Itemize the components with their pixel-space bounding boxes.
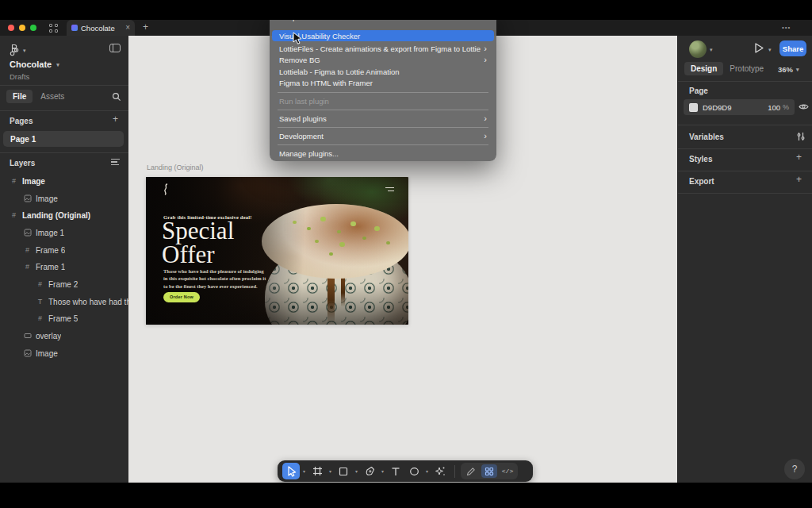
page-section-header: Page xyxy=(689,87,708,95)
layer-row[interactable]: # Landing (Original) xyxy=(0,207,128,223)
menu-divider xyxy=(278,110,488,110)
frame-name-label[interactable]: Landing (Original) xyxy=(147,164,204,171)
file-location[interactable]: Drafts xyxy=(10,72,29,81)
layer-row[interactable]: # Image xyxy=(0,173,128,189)
layer-row[interactable]: Image xyxy=(0,190,128,206)
layer-row[interactable]: # Frame 2 xyxy=(0,276,128,292)
divider xyxy=(0,110,128,111)
image-icon xyxy=(23,349,32,357)
tab-assets[interactable]: Assets xyxy=(36,90,69,103)
text-layer-icon: T xyxy=(36,298,44,306)
plugins-mode-button[interactable] xyxy=(481,464,497,478)
layer-row[interactable]: T Those who have had the plea xyxy=(0,294,128,310)
frame-icon: # xyxy=(10,211,18,219)
toolbar-divider xyxy=(454,465,455,478)
traffic-light-zoom-icon[interactable] xyxy=(30,25,36,31)
layer-row[interactable]: # Frame 1 xyxy=(0,259,128,275)
chevron-down-icon: ▾ xyxy=(796,67,799,72)
color-swatch[interactable] xyxy=(689,103,698,112)
tab-file[interactable]: File xyxy=(6,90,33,103)
menu-item-remove-bg[interactable]: Remove BG › xyxy=(272,54,494,65)
layer-row[interactable]: overlay xyxy=(0,328,128,344)
menu-item-figma-to-html[interactable]: Figma to HTML with Framer xyxy=(272,77,494,88)
tab-title: Chocolate xyxy=(81,24,115,33)
menu-item-lottielab[interactable]: Lottielab - Figma to Lottie Animation xyxy=(272,66,494,77)
share-button[interactable]: Share xyxy=(779,40,806,56)
chevron-down-icon[interactable]: ▾ xyxy=(379,468,386,474)
chevron-down-icon[interactable]: ▾ xyxy=(301,468,308,474)
landing-hero-frame[interactable]: Grab this limited-time exclusive deal! S… xyxy=(146,177,408,325)
pen-icon xyxy=(365,466,375,476)
add-export-button[interactable]: + xyxy=(796,174,802,185)
rectangle-icon xyxy=(23,333,32,339)
divider xyxy=(678,193,812,194)
text-tool-button[interactable] xyxy=(387,463,404,479)
divider xyxy=(0,85,128,86)
layer-row[interactable]: # Frame 5 xyxy=(0,310,128,326)
layer-row[interactable]: Image 1 xyxy=(0,225,128,241)
file-name: Chocolate xyxy=(10,60,52,69)
divider xyxy=(678,81,812,82)
add-page-button[interactable]: + xyxy=(113,114,118,125)
visibility-eye-icon[interactable] xyxy=(799,102,809,111)
fill-opacity-value[interactable]: 100 xyxy=(768,103,780,112)
fill-hex-value[interactable]: D9D9D9 xyxy=(703,103,731,112)
actions-tool-button[interactable] xyxy=(431,463,449,479)
styles-section-header: Styles xyxy=(689,155,712,164)
add-style-button[interactable]: + xyxy=(796,152,802,163)
hero-cta-button: Order Now xyxy=(163,292,200,302)
layer-row[interactable]: # Frame 6 xyxy=(0,242,128,258)
design-mode-button[interactable] xyxy=(463,464,479,478)
collapse-sidebar-icon[interactable] xyxy=(109,44,121,52)
rectangle-icon xyxy=(339,467,348,476)
sparkle-icon xyxy=(435,466,446,477)
frame-icon: # xyxy=(36,280,44,288)
layers-header: Layers xyxy=(10,159,35,167)
window-more-options-icon[interactable]: ••• xyxy=(782,24,791,31)
submenu-chevron-icon: › xyxy=(484,56,487,64)
layer-row[interactable]: Image xyxy=(0,345,128,361)
variables-adjust-icon[interactable] xyxy=(796,132,806,141)
page-item-selected[interactable]: Page 1 xyxy=(3,131,124,147)
pen-tool-button[interactable] xyxy=(361,463,378,479)
page-fill-row[interactable]: D9D9D9 100 % xyxy=(684,99,795,115)
help-button[interactable]: ? xyxy=(784,459,805,479)
search-icon[interactable] xyxy=(112,92,121,102)
chevron-down-icon[interactable]: ▾ xyxy=(353,468,360,474)
mouse-cursor-icon xyxy=(293,32,303,45)
shape-tool-button[interactable] xyxy=(335,463,352,479)
zoom-control[interactable]: 36% ▾ xyxy=(778,65,799,74)
comment-tool-button[interactable] xyxy=(405,463,423,479)
dev-mode-button[interactable]: </> xyxy=(500,464,515,478)
menu-item-visual-usability-checker[interactable]: Visual Usability Checker xyxy=(272,30,494,41)
chevron-down-icon[interactable]: ▾ xyxy=(327,468,334,474)
menu-item-saved-plugins[interactable]: Saved plugins › xyxy=(272,113,494,124)
menu-item-lottiefiles[interactable]: LottieFiles - Create animations & export… xyxy=(272,43,494,54)
file-name-dropdown[interactable]: Chocolate ▾ xyxy=(10,60,59,69)
user-avatar[interactable] xyxy=(689,40,707,58)
tab-design[interactable]: Design xyxy=(684,62,723,75)
menu-item-manage-plugins[interactable]: Manage plugins... xyxy=(272,148,494,159)
chevron-down-icon[interactable]: ▾ xyxy=(710,47,713,52)
pencil-icon xyxy=(466,467,476,476)
chevron-down-icon[interactable]: ▾ xyxy=(768,47,772,52)
tab-chocolate[interactable]: Chocolate × xyxy=(67,20,135,36)
frame-tool-button[interactable] xyxy=(308,463,326,479)
home-grid-icon[interactable] xyxy=(49,24,58,33)
present-play-icon[interactable] xyxy=(753,42,764,54)
right-sidebar: ▾ ▾ Share Design Prototype 36% ▾ Page D9… xyxy=(677,36,812,483)
traffic-light-close-icon[interactable] xyxy=(8,25,14,31)
new-tab-button[interactable]: + xyxy=(143,21,148,33)
tab-close-icon[interactable]: × xyxy=(125,24,130,32)
menu-divider xyxy=(278,144,488,145)
letterbox-bottom xyxy=(0,483,812,508)
chevron-down-icon: ▾ xyxy=(56,62,59,67)
menu-item-development[interactable]: Development › xyxy=(272,130,494,141)
move-tool-button[interactable] xyxy=(282,463,300,479)
layers-list-icon[interactable] xyxy=(111,159,120,166)
image-icon xyxy=(23,194,32,202)
main-menu-button[interactable]: ▾ xyxy=(10,44,26,56)
traffic-light-minimize-icon[interactable] xyxy=(19,25,25,31)
tab-prototype[interactable]: Prototype xyxy=(725,62,768,75)
chevron-down-icon[interactable]: ▾ xyxy=(423,468,431,474)
